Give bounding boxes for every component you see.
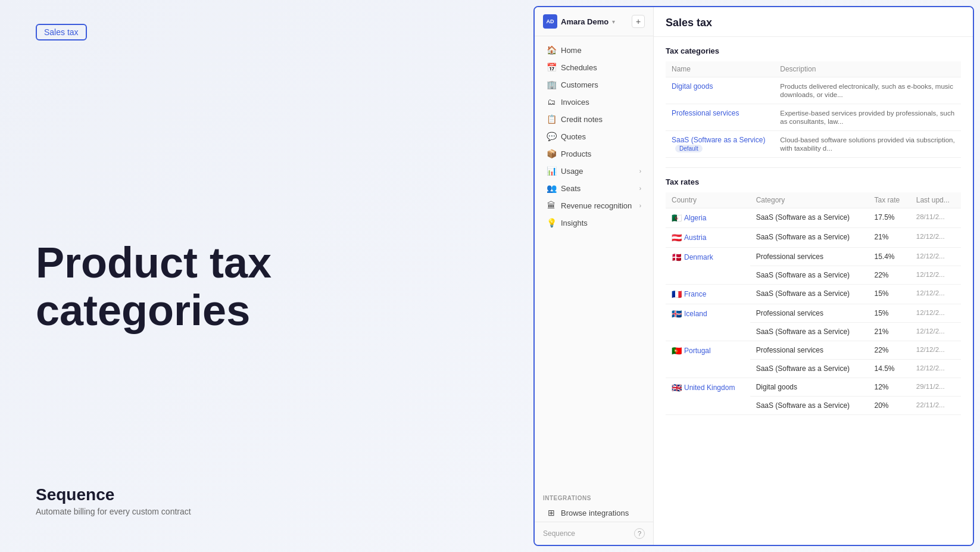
insights-icon: 💡 [547, 218, 556, 227]
country-name[interactable]: Portugal [684, 347, 711, 355]
category-cell: Professional services [750, 248, 869, 266]
sidebar-item-customers[interactable]: 🏢 Customers [538, 76, 650, 93]
sales-tax-badge: Sales tax [36, 24, 87, 40]
integrations-label: INTEGRATIONS [535, 489, 653, 504]
category-cell: SaaS (Software as a Service) [750, 285, 869, 304]
grid-icon: ⊞ [547, 508, 556, 517]
sidebar-item-usage[interactable]: 📊 Usage › [538, 163, 650, 179]
tax-categories-section: Tax categories Name Description Digital … [654, 37, 973, 167]
sidebar-item-schedules[interactable]: 📅 Schedules [538, 59, 650, 76]
country-cell[interactable]: 🇩🇿 Algeria [666, 208, 750, 228]
sidebar-item-label: Invoices [561, 98, 641, 107]
category-description: Expertise-based services provided by pro… [774, 104, 961, 131]
invoices-icon: 🗂 [547, 97, 556, 107]
table-row: Professional services Expertise-based se… [666, 104, 961, 131]
tax-rate-cell: 15.4% [868, 248, 910, 266]
tax-categories-table: Name Description Digital goods Products … [666, 61, 961, 158]
table-row: 🇬🇧 United Kingdom Digital goods 12% 29/1… [666, 378, 961, 397]
country-cell[interactable]: 🇬🇧 United Kingdom [666, 378, 750, 415]
page-title: Sales tax [666, 17, 961, 29]
sidebar-item-label: Customers [561, 80, 641, 89]
sidebar-item-browse-integrations[interactable]: ⊞ Browse integrations [538, 504, 650, 521]
sidebar-item-invoices[interactable]: 🗂 Invoices [538, 93, 650, 110]
tax-rate-cell: 22% [868, 266, 910, 285]
country-name[interactable]: United Kingdom [684, 383, 735, 392]
col-category: Category [750, 192, 869, 208]
sidebar-item-label: Credit notes [561, 115, 641, 124]
sidebar-item-credit-notes[interactable]: 📋 Credit notes [538, 111, 650, 127]
sidebar-item-label: Products [561, 149, 641, 158]
chevron-down-icon: ▾ [612, 18, 615, 25]
sidebar-item-seats[interactable]: 👥 Seats › [538, 180, 650, 197]
country-flag: 🇬🇧 [672, 383, 682, 392]
country-name[interactable]: Iceland [684, 310, 707, 318]
seats-icon: 👥 [547, 183, 556, 193]
country-name[interactable]: France [684, 290, 706, 298]
table-row: 🇵🇹 Portugal Professional services 22% 12… [666, 341, 961, 360]
category-name[interactable]: Digital goods [666, 77, 774, 104]
brand-footer: Sequence Automate billing for every cust… [36, 485, 498, 516]
tax-rate-cell: 15% [868, 304, 910, 323]
workspace-name: Amara Demo [561, 17, 608, 26]
category-cell: SaaS (Software as a Service) [750, 360, 869, 378]
country-name[interactable]: Austria [684, 233, 706, 242]
date-cell: 12/12/2... [910, 341, 961, 360]
table-row: SaaS (Software as a Service)Default Clou… [666, 131, 961, 158]
category-description: Cloud-based software solutions provided … [774, 131, 961, 158]
country-flag: 🇫🇷 [672, 289, 682, 299]
products-icon: 📦 [547, 149, 556, 158]
category-cell: Professional services [750, 341, 869, 360]
date-cell: 12/12/2... [910, 248, 961, 266]
add-workspace-button[interactable]: + [632, 15, 645, 28]
date-cell: 12/12/2... [910, 304, 961, 323]
date-cell: 12/12/2... [910, 323, 961, 341]
chevron-icon: › [639, 202, 641, 209]
sidebar-item-revenue-recognition[interactable]: 🏛 Revenue recognition › [538, 197, 650, 214]
category-cell: SaaS (Software as a Service) [750, 266, 869, 285]
tax-rate-cell: 14.5% [868, 360, 910, 378]
country-cell[interactable]: 🇵🇹 Portugal [666, 341, 750, 378]
category-cell: SaaS (Software as a Service) [750, 228, 869, 248]
country-cell[interactable]: 🇩🇰 Denmark [666, 248, 750, 285]
sidebar-header: AD Amara Demo ▾ + [535, 7, 653, 36]
app-window: AD Amara Demo ▾ + 🏠 Home 📅 Schedules 🏢 C… [533, 6, 974, 546]
sidebar-logo[interactable]: AD Amara Demo ▾ [543, 14, 615, 29]
country-cell[interactable]: 🇫🇷 France [666, 285, 750, 304]
date-cell: 22/11/2... [910, 397, 961, 415]
tax-rate-cell: 20% [868, 397, 910, 415]
col-country: Country [666, 192, 750, 208]
revenue-recognition-icon: 🏛 [547, 201, 556, 210]
usage-icon: 📊 [547, 166, 556, 176]
tax-rate-cell: 15% [868, 285, 910, 304]
date-cell: 29/11/2... [910, 378, 961, 397]
tax-categories-title: Tax categories [666, 46, 961, 55]
country-name[interactable]: Algeria [684, 214, 706, 222]
country-cell[interactable]: 🇮🇸 Iceland [666, 304, 750, 341]
credit-notes-icon: 📋 [547, 114, 556, 124]
sidebar-item-home[interactable]: 🏠 Home [538, 42, 650, 58]
sidebar: AD Amara Demo ▾ + 🏠 Home 📅 Schedules 🏢 C… [535, 7, 654, 545]
country-flag: 🇦🇹 [672, 233, 682, 242]
category-name[interactable]: SaaS (Software as a Service)Default [666, 131, 774, 158]
sidebar-item-label: Revenue recognition [561, 201, 635, 210]
sidebar-item-products[interactable]: 📦 Products [538, 145, 650, 162]
tax-rate-cell: 17.5% [868, 208, 910, 228]
date-cell: 28/11/2... [910, 208, 961, 228]
hero-text: Product tax categories [36, 239, 498, 333]
integrations-section: INTEGRATIONS ⊞ Browse integrations [535, 489, 653, 522]
country-cell[interactable]: 🇦🇹 Austria [666, 228, 750, 248]
category-cell: Professional services [750, 304, 869, 323]
main-content: Sales tax Tax categories Name Descriptio… [654, 7, 973, 545]
chevron-icon: › [639, 185, 641, 192]
country-name[interactable]: Denmark [684, 253, 713, 261]
tax-rate-cell: 21% [868, 228, 910, 248]
sidebar-item-insights[interactable]: 💡 Insights [538, 214, 650, 231]
help-icon[interactable]: ? [634, 528, 645, 539]
date-cell: 12/12/2... [910, 266, 961, 285]
tax-rates-section: Tax rates Country Category Tax rate Last… [654, 168, 973, 425]
sidebar-item-quotes[interactable]: 💬 Quotes [538, 128, 650, 145]
sidebar-item-label: Quotes [561, 132, 641, 141]
col-name: Name [666, 61, 774, 77]
category-name[interactable]: Professional services [666, 104, 774, 131]
sidebar-item-label: Insights [561, 219, 641, 227]
